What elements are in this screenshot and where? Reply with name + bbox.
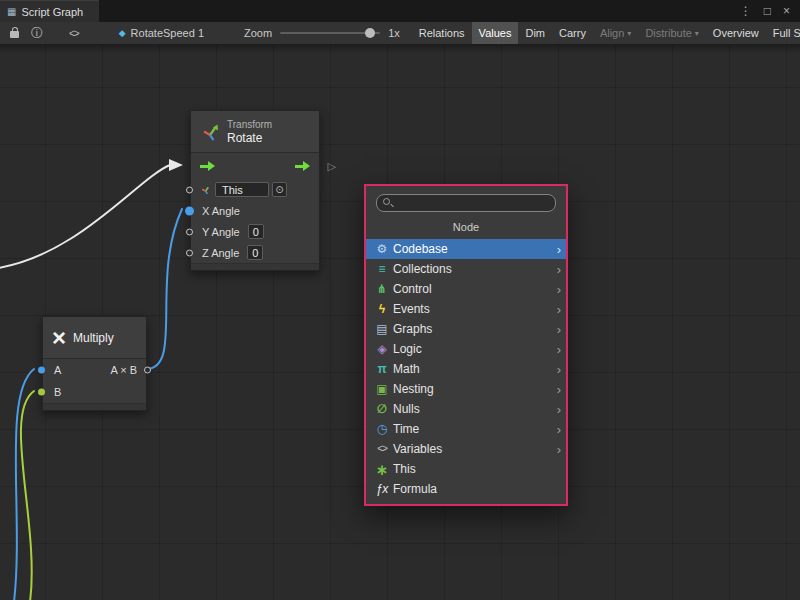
wire-flow-arrowhead-icon [169,159,183,171]
lock-button[interactable] [4,24,25,42]
flow-input-arrow-icon[interactable] [200,161,215,171]
object-picker-icon[interactable]: ⊙ [272,182,287,197]
this-port[interactable] [186,186,193,193]
wire-input-a[interactable] [14,369,34,600]
window-controls: ⋮ □ × [740,0,800,22]
fullscreen-button[interactable]: Full Screen [766,22,800,44]
finder-search-field[interactable] [376,194,556,212]
finder-item-label: Time [393,422,419,436]
transform-rotate-node[interactable]: Transform Rotate ▷ This ⊙ [190,110,320,271]
null-icon: ∅ [374,403,390,415]
finder-search-input[interactable] [397,197,547,209]
transform-mini-icon [200,184,211,195]
z-angle-label: Z Angle [202,247,239,259]
finder-item-label: Nesting [393,382,434,396]
finder-item-label: Math [393,362,420,376]
tab-bar: ▦ Script Graph ⋮ □ × [0,0,800,22]
finder-item-list: ⚙ Codebase › ≡ Collections › ⋔ Control ›… [366,239,566,504]
graph-name: RotateSpeed 1 [131,27,204,39]
submenu-chevron-icon: › [557,362,561,377]
align-button[interactable]: Align ▾ [593,22,638,44]
finder-item-graphs[interactable]: ▤ Graphs › [366,319,566,339]
node-header: Transform Rotate [191,111,319,153]
flow-row: ▷ [191,153,319,179]
graph-asset-icon: ◆ [119,28,126,38]
finder-item-logic[interactable]: ◈ Logic › [366,339,566,359]
wire-multiply-to-xangle[interactable] [146,209,182,369]
graph-breadcrumb[interactable]: ◆ RotateSpeed 1 [119,27,204,39]
output-port[interactable] [144,367,151,374]
y-angle-input[interactable]: 0 [248,224,264,239]
dim-button[interactable]: Dim [518,22,552,44]
y-angle-row: Y Angle 0 [191,221,319,242]
finder-item-label: Graphs [393,322,432,336]
z-angle-input[interactable]: 0 [247,245,263,260]
wire-input-b[interactable] [21,391,34,600]
target-field[interactable]: This [215,182,269,197]
multiply-row-a: A A × B [43,359,146,381]
flow-continue-icon: ▷ [328,160,336,173]
finder-item-math[interactable]: π Math › [366,359,566,379]
close-icon[interactable]: × [783,5,790,17]
maximize-icon[interactable]: □ [764,5,771,17]
finder-item-collections[interactable]: ≡ Collections › [366,259,566,279]
finder-item-nesting[interactable]: ▣ Nesting › [366,379,566,399]
self-icon: ∗ [374,462,390,477]
submenu-chevron-icon: › [557,322,561,337]
finder-item-label: Codebase [393,242,448,256]
relations-button[interactable]: Relations [412,22,472,44]
transform-icon [200,122,220,142]
distribute-button[interactable]: Distribute ▾ [638,22,705,44]
gear-icon: ⚙ [374,243,390,255]
finder-item-nulls[interactable]: ∅ Nulls › [366,399,566,419]
node-title: Multiply [73,331,114,345]
logic-icon: ◈ [374,343,390,355]
zoom-label: Zoom [244,27,272,39]
z-angle-port[interactable] [186,249,193,256]
wire-flow-in[interactable] [0,165,170,268]
list-icon: ≡ [374,263,390,275]
tab-title: Script Graph [21,6,83,18]
chevron-down-icon: ▾ [695,29,699,38]
carry-button[interactable]: Carry [552,22,593,44]
y-angle-label: Y Angle [202,226,240,238]
x-angle-port[interactable] [185,206,194,215]
y-angle-port[interactable] [186,228,193,235]
finder-item-events[interactable]: ϟ Events › [366,299,566,319]
finder-item-control[interactable]: ⋔ Control › [366,279,566,299]
finder-header: Node [366,215,566,239]
lightning-icon: ϟ [374,303,390,315]
toolbar-buttons: Relations Values Dim Carry Align ▾ Distr… [412,22,800,44]
tab-script-graph[interactable]: ▦ Script Graph [0,0,99,22]
values-button[interactable]: Values [472,22,519,44]
submenu-chevron-icon: › [557,342,561,357]
finder-item-time[interactable]: ◷ Time › [366,419,566,439]
branch-icon: ⋔ [374,283,390,295]
node-header: × Multiply [43,317,146,359]
multiply-row-b: B [43,381,146,403]
window-menu-icon[interactable]: ⋮ [740,5,752,17]
finder-item-this[interactable]: ∗ This [366,459,566,479]
input-a-port[interactable] [38,367,45,374]
lock-icon [10,31,19,38]
finder-item-label: Variables [393,442,442,456]
finder-item-label: Nulls [393,402,420,416]
finder-item-variables[interactable]: <> Variables › [366,439,566,459]
code-view-button[interactable]: <> [63,24,85,42]
node-footer [43,403,146,410]
multiply-icon: × [52,328,66,348]
overview-button[interactable]: Overview [706,22,766,44]
finder-item-codebase[interactable]: ⚙ Codebase › [366,239,566,259]
flow-output-arrow-icon[interactable] [295,161,310,171]
z-angle-row: Z Angle 0 [191,242,319,263]
finder-item-formula[interactable]: ƒx Formula [366,479,566,499]
formula-icon: ƒx [374,483,390,495]
info-button[interactable]: ⓘ [25,24,49,42]
finder-search-area [366,186,566,215]
zoom-slider-knob[interactable] [365,28,375,38]
input-b-port[interactable] [38,389,45,396]
graph-canvas[interactable]: Transform Rotate ▷ This ⊙ [0,44,800,600]
zoom-slider[interactable] [280,32,380,34]
machine-icon: ▤ [374,323,390,335]
multiply-node[interactable]: × Multiply A A × B B [42,316,147,411]
